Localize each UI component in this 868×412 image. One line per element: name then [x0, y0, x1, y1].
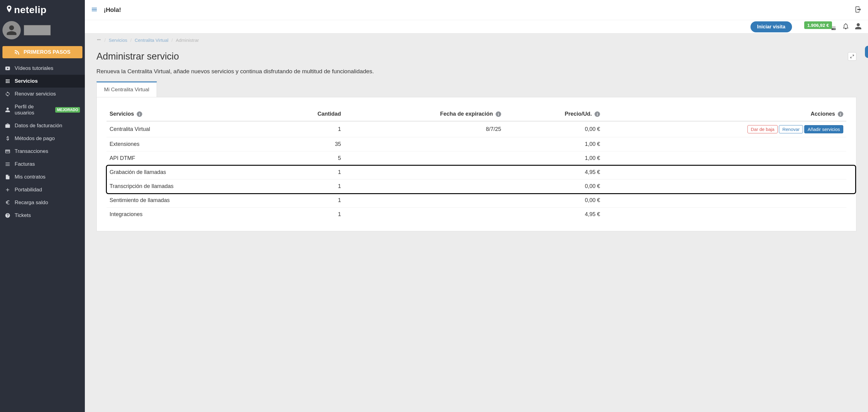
cell-price: 1,00 € — [504, 137, 603, 151]
user-icon — [5, 107, 10, 113]
sidebar-item-label: Renovar servicios — [14, 91, 56, 97]
sidebar-nav: Vídeos tutoriales Servicios Renovar serv… — [0, 62, 85, 222]
notifications-button[interactable] — [842, 23, 849, 31]
table-row: Sentimiento de llamadas10,00 € — [106, 193, 846, 208]
briefcase-icon — [5, 123, 10, 128]
table-row: Extensiones351,00 € — [106, 137, 846, 151]
bell-icon — [842, 23, 849, 30]
sidebar-item-transacciones[interactable]: Transacciones — [0, 145, 85, 158]
cell-price: 0,00 € — [504, 121, 603, 137]
pin-icon — [6, 5, 12, 14]
cell-actions — [603, 193, 846, 208]
sidebar-item-label: Datos de facturación — [14, 123, 62, 129]
primeros-pasos-label: PRIMEROS PASOS — [24, 49, 70, 55]
balance-badge[interactable]: 1.906,92 € — [804, 21, 832, 29]
side-help-tab[interactable] — [865, 46, 868, 58]
card-icon — [5, 149, 10, 154]
cell-service: API DTMF — [106, 151, 274, 165]
sidebar-item-contratos[interactable]: Mis contratos — [0, 170, 85, 183]
col-cantidad: Cantidad — [274, 107, 344, 121]
cell-service: Integraciones — [106, 208, 274, 222]
refresh-icon — [5, 91, 10, 97]
table-row: Integraciones14,95 € — [106, 208, 846, 222]
avatar[interactable] — [2, 21, 21, 39]
menu-toggle[interactable] — [91, 6, 98, 14]
cell-qty: 35 — [274, 137, 344, 151]
sidebar-item-label: Portabilidad — [14, 187, 42, 193]
grid-icon — [5, 78, 10, 84]
sidebar-item-facturacion[interactable]: Datos de facturación — [0, 119, 85, 132]
logo[interactable]: netelip — [0, 0, 85, 18]
user-label-box[interactable] — [24, 25, 51, 35]
euro-icon — [5, 200, 10, 205]
info-icon[interactable]: i — [838, 112, 843, 117]
info-icon[interactable]: i — [496, 112, 501, 117]
secondbar: Iniciar visita 1.906,92 € — [85, 20, 868, 34]
cell-actions — [603, 137, 846, 151]
primeros-pasos-button[interactable]: PRIMEROS PASOS — [2, 46, 83, 58]
table-row: Grabación de llamadas14,95 € — [106, 165, 846, 180]
cell-exp — [344, 208, 504, 222]
sidebar-item-label: Recarga saldo — [14, 199, 48, 206]
page-subtitle: Renueva la Centralita Virtual, añade nue… — [96, 68, 857, 75]
cell-service: Transcripción de llamadas — [106, 180, 274, 193]
table-row: Centralita Virtual18/7/250,00 €Dar de ba… — [106, 121, 846, 137]
sidebar-item-perfil[interactable]: Perfil de usuarios MEJORADO — [0, 100, 85, 119]
tab-panel: Servicios i Cantidad Fecha de expiración… — [96, 97, 857, 231]
badge-mejorado: MEJORADO — [55, 107, 80, 113]
cell-exp — [344, 151, 504, 165]
file-icon — [5, 174, 10, 180]
cell-qty: 1 — [274, 121, 344, 137]
cell-actions: Dar de bajaRenovarAñadir servicios — [603, 121, 846, 137]
cell-exp — [344, 137, 504, 151]
logout-button[interactable] — [855, 6, 862, 14]
cell-price: 1,00 € — [504, 151, 603, 165]
col-acciones: Acciones i — [603, 107, 846, 121]
tab-mi-centralita[interactable]: Mi Centralita Virtual — [96, 82, 157, 97]
sidebar-item-recarga[interactable]: Recarga saldo — [0, 196, 85, 209]
sidebar-item-pago[interactable]: Métodos de pago — [0, 132, 85, 145]
dar-de-baja-button[interactable]: Dar de baja — [747, 125, 778, 133]
info-icon[interactable]: i — [594, 112, 600, 117]
rss-icon — [14, 50, 19, 55]
table-row: API DTMF51,00 € — [106, 151, 846, 165]
cell-qty: 5 — [274, 151, 344, 165]
person-icon — [855, 23, 862, 30]
cell-service: Sentimiento de llamadas — [106, 193, 274, 208]
tabs: Mi Centralita Virtual — [96, 82, 857, 97]
sidebar-item-portabilidad[interactable]: Portabilidad — [0, 183, 85, 196]
info-icon[interactable]: i — [137, 112, 142, 117]
cell-qty: 1 — [274, 165, 344, 180]
breadcrumb-centralita[interactable]: Centralita Virtual — [134, 37, 168, 43]
breadcrumb-current: Administrar — [176, 37, 199, 43]
sidebar-item-renovar[interactable]: Renovar servicios — [0, 88, 85, 100]
col-fecha: Fecha de expiración i — [344, 107, 504, 121]
cell-price: 0,00 € — [504, 193, 603, 208]
dollar-icon — [5, 136, 10, 141]
breadcrumb-servicios[interactable]: Servicios — [108, 37, 127, 43]
sidebar-item-label: Tickets — [14, 213, 31, 219]
iniciar-visita-button[interactable]: Iniciar visita — [750, 21, 792, 32]
cell-service: Centralita Virtual — [106, 121, 274, 137]
sidebar-item-label: Transacciones — [14, 148, 48, 154]
sidebar-item-videos[interactable]: Vídeos tutoriales — [0, 62, 85, 75]
sidebar-item-servicios[interactable]: Servicios — [0, 75, 85, 88]
sidebar-item-label: Perfil de usuarios — [14, 104, 51, 116]
cell-actions — [603, 180, 846, 193]
sidebar-item-facturas[interactable]: Facturas — [0, 158, 85, 170]
sidebar-item-label: Mis contratos — [14, 174, 45, 180]
bars-icon — [91, 6, 98, 13]
anadir-servicios-button[interactable]: Añadir servicios — [804, 125, 843, 133]
col-servicios: Servicios i — [106, 107, 274, 121]
breadcrumb: / Servicios / Centralita Virtual / Admin… — [96, 34, 857, 45]
expand-button[interactable] — [848, 52, 857, 61]
breadcrumb-home[interactable] — [96, 37, 101, 43]
renovar-button[interactable]: Renovar — [779, 125, 803, 133]
youtube-icon — [5, 66, 10, 71]
cell-service: Extensiones — [106, 137, 274, 151]
sidebar-item-tickets[interactable]: Tickets — [0, 209, 85, 222]
sidebar-item-label: Servicios — [14, 78, 38, 84]
profile-button[interactable] — [855, 23, 862, 31]
person-icon — [6, 24, 18, 36]
cell-actions — [603, 165, 846, 180]
